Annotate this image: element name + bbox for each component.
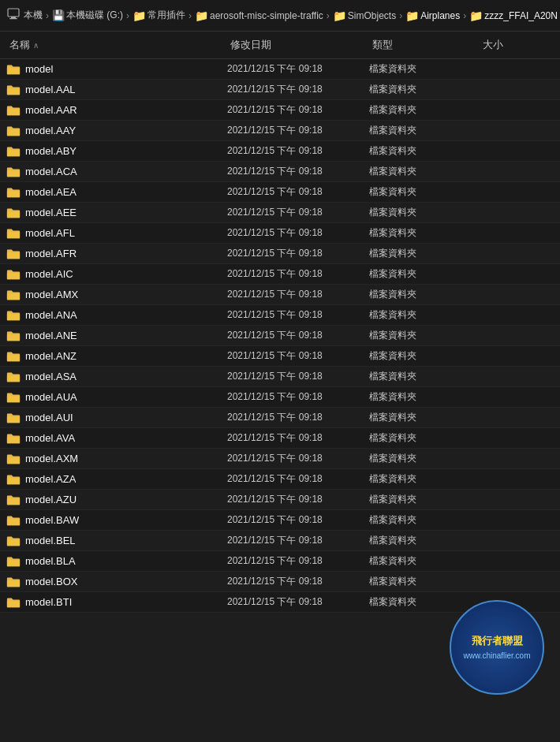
file-name-text: model.BLA <box>25 555 76 567</box>
svg-rect-2 <box>9 18 17 19</box>
table-row[interactable]: model.BEL 2021/12/15 下午 09:18 檔案資料夾 <box>0 531 560 551</box>
breadcrumb-item-final[interactable]: zzzz_FFAI_A20N <box>484 10 558 21</box>
folder-icon <box>6 125 21 137</box>
table-row[interactable]: model.AUA 2021/12/15 下午 09:18 檔案資料夾 <box>0 387 560 408</box>
folder-icon <box>6 309 21 322</box>
breadcrumb-sep-0: › <box>46 10 49 21</box>
file-explorer: 名稱 ∧ 修改日期 類型 大小 model 2021/12/15 <box>0 32 560 742</box>
file-name-text: model.BTI <box>25 596 72 608</box>
file-name-cell: model.BOX <box>6 576 227 588</box>
table-row[interactable]: model.AVA 2021/12/15 下午 09:18 檔案資料夾 <box>0 428 560 449</box>
table-row[interactable]: model.ACA 2021/12/15 下午 09:18 檔案資料夾 <box>0 162 560 182</box>
breadcrumb-icon-folder2: 📁 <box>195 9 208 22</box>
col-name-header[interactable]: 名稱 ∧ <box>6 36 227 54</box>
folder-icon <box>6 145 21 158</box>
breadcrumb-sep-2: › <box>189 10 192 21</box>
file-name-text: model.BEL <box>25 535 76 546</box>
table-row[interactable]: model.BOX 2021/12/15 下午 09:18 檔案資料夾 <box>0 572 560 592</box>
table-row[interactable]: model.BAW 2021/12/15 下午 09:18 檔案資料夾 <box>0 510 560 531</box>
file-date: 2021/12/15 下午 09:18 <box>227 247 369 260</box>
table-row[interactable]: model.ANA 2021/12/15 下午 09:18 檔案資料夾 <box>0 305 560 326</box>
table-row[interactable]: model.BLA 2021/12/15 下午 09:18 檔案資料夾 <box>0 551 560 572</box>
folder-icon <box>6 576 21 588</box>
file-name-text: model.AMX <box>25 289 78 300</box>
table-row[interactable]: model.BTI 2021/12/15 下午 09:18 檔案資料夾 <box>0 592 560 613</box>
folder-icon <box>6 289 21 301</box>
table-row[interactable]: model.ANE 2021/12/15 下午 09:18 檔案資料夾 <box>0 326 560 346</box>
table-row[interactable]: model.AFL 2021/12/15 下午 09:18 檔案資料夾 <box>0 223 560 244</box>
table-row[interactable]: model.AZU 2021/12/15 下午 09:18 檔案資料夾 <box>0 490 560 510</box>
file-type: 檔案資料夾 <box>369 226 480 240</box>
file-type: 檔案資料夾 <box>369 534 480 547</box>
folder-icon <box>6 186 21 199</box>
folder-icon <box>6 535 21 547</box>
table-row[interactable]: model.ASA 2021/12/15 下午 09:18 檔案資料夾 <box>0 367 560 387</box>
folder-icon <box>6 207 21 219</box>
folder-icon <box>6 596 21 609</box>
file-date: 2021/12/15 下午 09:18 <box>227 83 369 96</box>
file-name-text: model.AEA <box>25 186 77 198</box>
table-row[interactable]: model 2021/12/15 下午 09:18 檔案資料夾 <box>0 59 560 80</box>
file-name-text: model <box>25 63 53 75</box>
table-row[interactable]: model.AAR 2021/12/15 下午 09:18 檔案資料夾 <box>0 100 560 121</box>
folder-icon <box>6 248 21 260</box>
breadcrumb-text: 本機磁碟 (G:) <box>66 9 123 22</box>
file-name-text: model.ANE <box>25 330 77 341</box>
table-row[interactable]: model.AMX 2021/12/15 下午 09:18 檔案資料夾 <box>0 285 560 305</box>
breadcrumb[interactable]: 本機 › 💾 本機磁碟 (G:) › 📁 常用插件 › 📁 aerosoft-m… <box>6 8 558 23</box>
file-name-cell: model.AFR <box>6 248 227 260</box>
file-name-text: model.ABY <box>25 145 77 157</box>
breadcrumb-item-folder1[interactable]: 常用插件 <box>147 9 185 22</box>
breadcrumb-sep-4: › <box>399 10 402 21</box>
file-list[interactable]: model 2021/12/15 下午 09:18 檔案資料夾 model.AA… <box>0 59 560 742</box>
file-type: 檔案資料夾 <box>369 452 480 465</box>
table-row[interactable]: model.ANZ 2021/12/15 下午 09:18 檔案資料夾 <box>0 346 560 367</box>
file-date: 2021/12/15 下午 09:18 <box>227 575 369 588</box>
folder-icon <box>6 432 21 445</box>
file-name-cell: model.AXM <box>6 453 227 465</box>
file-date: 2021/12/15 下午 09:18 <box>227 452 369 465</box>
col-name-label: 名稱 <box>9 38 30 52</box>
file-type: 檔案資料夾 <box>369 62 480 76</box>
file-name-text: model.AFR <box>25 248 77 259</box>
col-type-header[interactable]: 類型 <box>369 36 480 54</box>
breadcrumb-icon-folder4: 📁 <box>405 9 419 22</box>
file-name-text: model.AZA <box>25 473 76 485</box>
table-row[interactable]: model.AFR 2021/12/15 下午 09:18 檔案資料夾 <box>0 244 560 264</box>
col-date-header[interactable]: 修改日期 <box>227 36 369 54</box>
file-name-text: model.ANZ <box>25 350 77 362</box>
table-row[interactable]: model.AAL 2021/12/15 下午 09:18 檔案資料夾 <box>0 80 560 100</box>
table-row[interactable]: model.AIC 2021/12/15 下午 09:18 檔案資料夾 <box>0 264 560 285</box>
breadcrumb-item-computer[interactable]: 本機 <box>24 9 43 22</box>
file-name-text: model.AFL <box>25 227 75 239</box>
table-row[interactable]: model.ABY 2021/12/15 下午 09:18 檔案資料夾 <box>0 141 560 162</box>
table-row[interactable]: model.AZA 2021/12/15 下午 09:18 檔案資料夾 <box>0 469 560 490</box>
breadcrumb-text: zzzz_FFAI_A20N <box>484 10 558 21</box>
col-size-header[interactable]: 大小 <box>480 36 543 54</box>
file-date: 2021/12/15 下午 09:18 <box>227 165 369 178</box>
table-row[interactable]: model.AEE 2021/12/15 下午 09:18 檔案資料夾 <box>0 203 560 223</box>
table-row[interactable]: model.AEA 2021/12/15 下午 09:18 檔案資料夾 <box>0 182 560 203</box>
file-date: 2021/12/15 下午 09:18 <box>227 267 369 281</box>
file-type: 檔案資料夾 <box>369 83 480 96</box>
file-name-cell: model.AVA <box>6 432 227 445</box>
file-date: 2021/12/15 下午 09:18 <box>227 370 369 383</box>
breadcrumb-item-folder2[interactable]: aerosoft-misc-simple-traffic <box>210 10 323 21</box>
breadcrumb-item-simobjects[interactable]: SimObjects <box>348 10 396 21</box>
file-name-text: model.AIC <box>25 268 73 280</box>
breadcrumb-item-airplanes[interactable]: Airplanes <box>420 10 460 21</box>
breadcrumb-item-drive[interactable]: 本機磁碟 (G:) <box>66 9 123 22</box>
table-row[interactable]: model.AXM 2021/12/15 下午 09:18 檔案資料夾 <box>0 449 560 469</box>
computer-icon <box>6 8 21 23</box>
table-row[interactable]: model.AUI 2021/12/15 下午 09:18 檔案資料夾 <box>0 408 560 428</box>
file-name-cell: model.BEL <box>6 535 227 547</box>
folder-icon <box>6 350 21 363</box>
folder-icon <box>6 227 21 240</box>
file-type: 檔案資料夾 <box>369 595 480 609</box>
file-type: 檔案資料夾 <box>369 329 480 342</box>
file-date: 2021/12/15 下午 09:18 <box>227 329 369 342</box>
table-row[interactable]: model.AAY 2021/12/15 下午 09:18 檔案資料夾 <box>0 121 560 141</box>
folder-icon <box>6 84 21 96</box>
breadcrumb-icon-folder5: 📁 <box>469 9 483 22</box>
file-name-cell: model <box>6 63 227 76</box>
